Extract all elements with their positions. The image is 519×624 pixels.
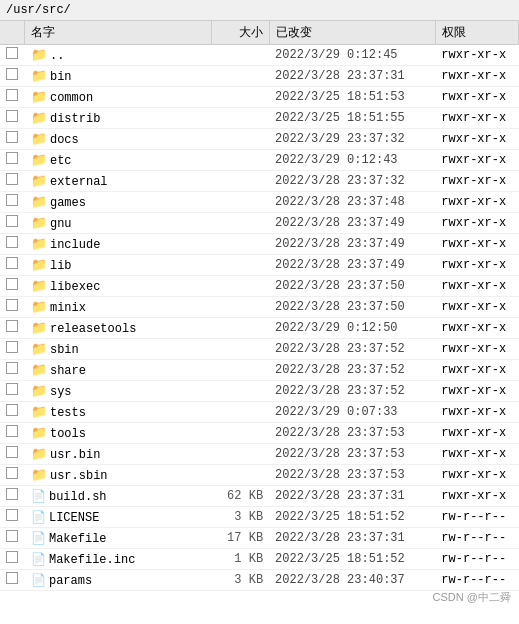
file-name[interactable]: 📁gnu <box>25 213 212 234</box>
col-header-name[interactable]: 名字 <box>25 21 212 45</box>
row-checkbox[interactable] <box>0 507 25 528</box>
table-row[interactable]: 📁sys2022/3/28 23:37:52rwxr-xr-x <box>0 381 519 402</box>
table-row[interactable]: 📁releasetools2022/3/29 0:12:50rwxr-xr-x <box>0 318 519 339</box>
file-name[interactable]: 📄Makefile.inc <box>25 549 212 570</box>
table-row[interactable]: 📁gnu2022/3/28 23:37:49rwxr-xr-x <box>0 213 519 234</box>
file-size <box>212 150 269 171</box>
row-checkbox[interactable] <box>0 465 25 486</box>
file-name[interactable]: 📁.. <box>25 45 212 66</box>
row-checkbox[interactable] <box>0 108 25 129</box>
row-checkbox[interactable] <box>0 297 25 318</box>
row-checkbox[interactable] <box>0 129 25 150</box>
file-permissions: rwxr-xr-x <box>435 444 518 465</box>
row-checkbox[interactable] <box>0 549 25 570</box>
row-checkbox[interactable] <box>0 255 25 276</box>
table-row[interactable]: 📁games2022/3/28 23:37:48rwxr-xr-x <box>0 192 519 213</box>
file-name[interactable]: 📁lib <box>25 255 212 276</box>
table-row[interactable]: 📁docs2022/3/29 23:37:32rwxr-xr-x <box>0 129 519 150</box>
row-checkbox[interactable] <box>0 339 25 360</box>
file-name[interactable]: 📁common <box>25 87 212 108</box>
row-checkbox[interactable] <box>0 444 25 465</box>
file-name-label: .. <box>50 49 64 63</box>
checkbox-icon <box>6 110 18 122</box>
file-name[interactable]: 📁usr.bin <box>25 444 212 465</box>
table-row[interactable]: 📁include2022/3/28 23:37:49rwxr-xr-x <box>0 234 519 255</box>
table-row[interactable]: 📄params3 KB2022/3/28 23:40:37rw-r--r-- <box>0 570 519 591</box>
col-header-size[interactable]: 大小 <box>212 21 269 45</box>
table-row[interactable]: 📁etc2022/3/29 0:12:43rwxr-xr-x <box>0 150 519 171</box>
file-name[interactable]: 📁sys <box>25 381 212 402</box>
table-row[interactable]: 📄Makefile17 KB2022/3/28 23:37:31rw-r--r-… <box>0 528 519 549</box>
table-row[interactable]: 📁common2022/3/25 18:51:53rwxr-xr-x <box>0 87 519 108</box>
row-checkbox[interactable] <box>0 87 25 108</box>
file-name[interactable]: 📁games <box>25 192 212 213</box>
row-checkbox[interactable] <box>0 276 25 297</box>
row-checkbox[interactable] <box>0 402 25 423</box>
checkbox-icon <box>6 383 18 395</box>
file-name[interactable]: 📁releasetools <box>25 318 212 339</box>
table-row[interactable]: 📁external2022/3/28 23:37:32rwxr-xr-x <box>0 171 519 192</box>
row-checkbox[interactable] <box>0 213 25 234</box>
folder-icon: 📁 <box>31 216 47 231</box>
table-row[interactable]: 📁distrib2022/3/25 18:51:55rwxr-xr-x <box>0 108 519 129</box>
file-name[interactable]: 📁usr.sbin <box>25 465 212 486</box>
table-row[interactable]: 📁tools2022/3/28 23:37:53rwxr-xr-x <box>0 423 519 444</box>
file-list-wrapper[interactable]: 名字 大小 已改变 权限 📁..2022/3/29 0:12:45rwxr-xr… <box>0 21 519 611</box>
file-name[interactable]: 📁external <box>25 171 212 192</box>
table-row[interactable]: 📁lib2022/3/28 23:37:49rwxr-xr-x <box>0 255 519 276</box>
table-row[interactable]: 📁tests2022/3/29 0:07:33rwxr-xr-x <box>0 402 519 423</box>
file-name[interactable]: 📁share <box>25 360 212 381</box>
table-row[interactable]: 📁libexec2022/3/28 23:37:50rwxr-xr-x <box>0 276 519 297</box>
file-name[interactable]: 📁include <box>25 234 212 255</box>
row-checkbox[interactable] <box>0 150 25 171</box>
table-row[interactable]: 📄LICENSE3 KB2022/3/25 18:51:52rw-r--r-- <box>0 507 519 528</box>
row-checkbox[interactable] <box>0 192 25 213</box>
row-checkbox[interactable] <box>0 66 25 87</box>
row-checkbox[interactable] <box>0 171 25 192</box>
row-checkbox[interactable] <box>0 423 25 444</box>
file-name[interactable]: 📄params <box>25 570 212 591</box>
table-row[interactable]: 📁bin2022/3/28 23:37:31rwxr-xr-x <box>0 66 519 87</box>
file-size <box>212 192 269 213</box>
file-name[interactable]: 📄build.sh <box>25 486 212 507</box>
row-checkbox[interactable] <box>0 570 25 591</box>
file-name[interactable]: 📁sbin <box>25 339 212 360</box>
file-name[interactable]: 📁etc <box>25 150 212 171</box>
table-row[interactable]: 📁usr.sbin2022/3/28 23:37:53rwxr-xr-x <box>0 465 519 486</box>
col-header-modified[interactable]: 已改变 <box>269 21 435 45</box>
row-checkbox[interactable] <box>0 486 25 507</box>
table-row[interactable]: 📁..2022/3/29 0:12:45rwxr-xr-x <box>0 45 519 66</box>
table-row[interactable]: 📁share2022/3/28 23:37:52rwxr-xr-x <box>0 360 519 381</box>
row-checkbox[interactable] <box>0 318 25 339</box>
file-name-label: Makefile.inc <box>49 553 135 567</box>
table-row[interactable]: 📄Makefile.inc1 KB2022/3/25 18:51:52rw-r-… <box>0 549 519 570</box>
file-name-label: games <box>50 196 86 210</box>
generic-file-icon: 📄 <box>31 553 46 567</box>
row-checkbox[interactable] <box>0 234 25 255</box>
row-checkbox[interactable] <box>0 360 25 381</box>
file-name[interactable]: 📄LICENSE <box>25 507 212 528</box>
file-name[interactable]: 📁libexec <box>25 276 212 297</box>
row-checkbox[interactable] <box>0 45 25 66</box>
file-name[interactable]: 📁distrib <box>25 108 212 129</box>
row-checkbox[interactable] <box>0 528 25 549</box>
parent-dir-icon: 📁 <box>31 48 47 63</box>
table-row[interactable]: 📁usr.bin2022/3/28 23:37:53rwxr-xr-x <box>0 444 519 465</box>
folder-icon: 📁 <box>31 195 47 210</box>
file-name[interactable]: 📁bin <box>25 66 212 87</box>
checkbox-icon <box>6 173 18 185</box>
file-modified-date: 2022/3/28 23:37:31 <box>269 66 435 87</box>
file-name[interactable]: 📁tests <box>25 402 212 423</box>
col-header-permissions[interactable]: 权限 <box>435 21 518 45</box>
file-name-label: lib <box>50 259 72 273</box>
file-permissions: rwxr-xr-x <box>435 465 518 486</box>
file-name[interactable]: 📁tools <box>25 423 212 444</box>
table-row[interactable]: 📁minix2022/3/28 23:37:50rwxr-xr-x <box>0 297 519 318</box>
file-name[interactable]: 📄Makefile <box>25 528 212 549</box>
file-name[interactable]: 📁docs <box>25 129 212 150</box>
checkbox-icon <box>6 236 18 248</box>
table-row[interactable]: 📄build.sh62 KB2022/3/28 23:37:31rwxr-xr-… <box>0 486 519 507</box>
table-row[interactable]: 📁sbin2022/3/28 23:37:52rwxr-xr-x <box>0 339 519 360</box>
row-checkbox[interactable] <box>0 381 25 402</box>
file-name[interactable]: 📁minix <box>25 297 212 318</box>
